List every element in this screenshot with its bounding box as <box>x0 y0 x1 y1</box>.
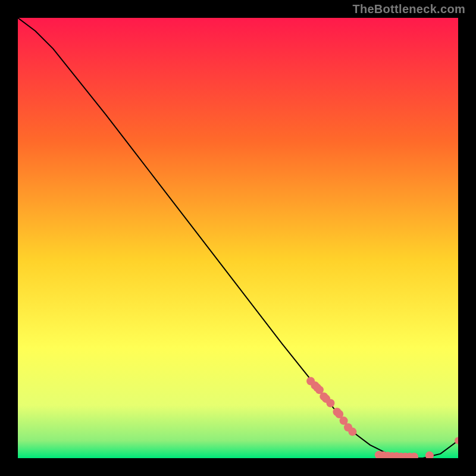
watermark-text: TheBottleneck.com <box>352 2 465 16</box>
chart-svg <box>18 18 458 458</box>
plot-area <box>18 18 458 458</box>
data-point <box>348 428 356 436</box>
data-point <box>326 399 334 408</box>
gradient-background <box>18 18 458 458</box>
chart-stage: TheBottleneck.com <box>0 0 476 476</box>
